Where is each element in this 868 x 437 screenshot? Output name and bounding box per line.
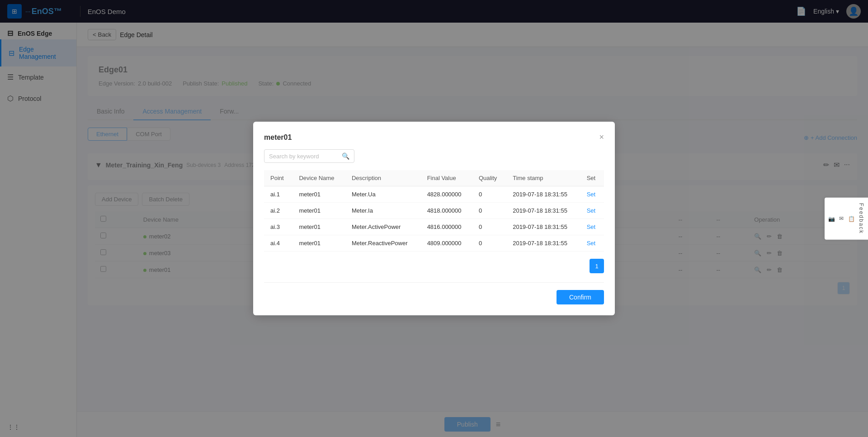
set-link-0[interactable]: Set (587, 191, 596, 198)
modal-footer: Confirm (264, 282, 604, 304)
feedback-icon-1: 📋 (848, 215, 854, 222)
confirm-button[interactable]: Confirm (557, 290, 604, 304)
modal-table-row: ai.4 meter01 Meter.ReactivePower 4809.00… (264, 235, 604, 252)
feedback-label: Feedback (858, 203, 864, 234)
modal-table-row: ai.2 meter01 Meter.Ia 4818.000000 0 2019… (264, 203, 604, 219)
feedback-tab[interactable]: Feedback 📋 ✉ 📷 (825, 198, 868, 240)
feedback-icon-3: 📷 (828, 215, 835, 222)
modal-col-final-value: Final Value (421, 170, 472, 186)
modal-header: meter01 × (264, 133, 604, 142)
feedback-icon-2: ✉ (838, 215, 844, 222)
modal-table: Point Device Name Description Final Valu… (264, 170, 604, 252)
search-input[interactable] (269, 153, 338, 160)
modal-col-timestamp: Time stamp (506, 170, 580, 186)
set-link-2[interactable]: Set (587, 223, 596, 230)
modal-page-1-button[interactable]: 1 (590, 259, 604, 273)
modal-table-row: ai.1 meter01 Meter.Ua 4828.000000 0 2019… (264, 186, 604, 203)
modal-col-set: Set (580, 170, 604, 186)
modal: meter01 × 🔍 Point Device Name Descriptio… (253, 122, 615, 315)
modal-col-quality: Quality (472, 170, 506, 186)
modal-col-point: Point (264, 170, 292, 186)
modal-close-button[interactable]: × (599, 133, 604, 142)
set-link-3[interactable]: Set (587, 240, 596, 247)
modal-table-row: ai.3 meter01 Meter.ActivePower 4816.0000… (264, 219, 604, 235)
modal-search: 🔍 (264, 149, 354, 163)
set-link-1[interactable]: Set (587, 207, 596, 214)
modal-title: meter01 (264, 133, 292, 142)
modal-pagination: 1 (264, 259, 604, 273)
modal-col-device-name: Device Name (292, 170, 345, 186)
search-icon: 🔍 (342, 152, 349, 160)
modal-col-description: Description (345, 170, 421, 186)
